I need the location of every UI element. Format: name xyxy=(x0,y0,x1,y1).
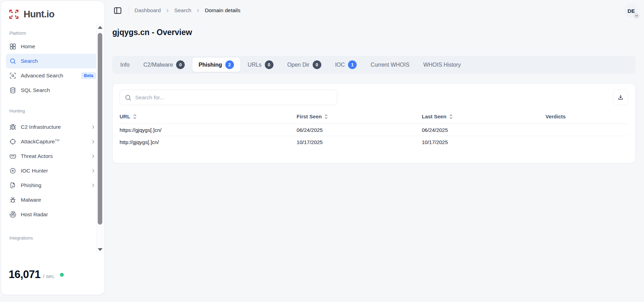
chevron-right-icon xyxy=(90,139,96,144)
breadcrumb-chevron-icon xyxy=(165,8,170,13)
tab-count-badge: 2 xyxy=(225,60,234,69)
table-row[interactable]: http://gjqygs[.]cn/ 10/17/2025 10/17/202… xyxy=(120,136,628,148)
counter-unit: / sec. xyxy=(43,273,55,279)
sidebar-item-phishing[interactable]: Phishing xyxy=(6,178,99,193)
download-icon xyxy=(617,94,624,101)
column-header-first-seen[interactable]: First Seen xyxy=(297,114,422,119)
tab-c2-malware[interactable]: C2/Malware 0 xyxy=(137,58,191,72)
chevron-right-icon xyxy=(90,168,96,174)
sidebar-item-label: Advanced Search xyxy=(21,73,63,79)
phishing-urls-table: URL First Seen Last Seen Verdicts xyxy=(120,109,628,148)
plus-circle-icon xyxy=(9,167,16,174)
column-header-verdicts: Verdicts xyxy=(546,114,628,119)
scrollbar-down-arrow-icon[interactable] xyxy=(98,248,103,251)
tab-urls[interactable]: URLs 0 xyxy=(242,58,280,72)
sidebar-item-sql-search[interactable]: SQL Search xyxy=(6,83,99,98)
sidebar-item-host-radar[interactable]: Host Radar xyxy=(6,207,99,222)
topbar: Dashboard Search Domain details xyxy=(112,4,240,17)
sidebar-item-threat-actors[interactable]: Threat Actors xyxy=(6,149,99,163)
sidebar-item-label: Phishing xyxy=(21,182,41,188)
sidebar-item-label: IOC Hunter xyxy=(21,168,48,174)
chevron-down-icon xyxy=(634,13,639,19)
tab-whois-history[interactable]: WHOIS History xyxy=(417,58,467,72)
cell-first-seen: 10/17/2025 xyxy=(297,139,422,145)
sidebar-item-label: C2 Infrastructure xyxy=(21,124,61,130)
sidebar-item-search[interactable]: Search xyxy=(6,54,99,68)
sidebar-item-label: Malware xyxy=(21,197,41,203)
tab-ioc[interactable]: IOC 1 xyxy=(329,58,363,72)
tab-count-badge: 1 xyxy=(348,60,357,69)
radar-icon xyxy=(9,211,16,218)
cell-first-seen: 06/24/2025 xyxy=(297,127,422,133)
sidebar-item-home[interactable]: Home xyxy=(6,39,99,54)
breadcrumb-dashboard[interactable]: Dashboard xyxy=(134,7,161,14)
sort-icon xyxy=(449,114,453,119)
breadcrumb-domain-details: Domain details xyxy=(205,7,241,14)
sidebar: Hunt.io Platform Home Search xyxy=(1,1,105,295)
tab-count-badge: 0 xyxy=(265,60,273,69)
chevron-right-icon xyxy=(90,183,96,188)
sidebar-toggle-button[interactable] xyxy=(112,5,123,16)
chevron-right-icon xyxy=(90,153,96,159)
panel-toggle-icon xyxy=(113,6,122,15)
detail-tabs: Info C2/Malware 0 Phishing 2 URLs 0 Open… xyxy=(112,56,636,74)
trademark-suffix: TM xyxy=(55,139,59,142)
cell-url[interactable]: http://gjqygs[.]cn/ xyxy=(120,139,297,145)
sidebar-item-label: SQL Search xyxy=(21,87,50,93)
breadcrumb-chevron-icon xyxy=(195,8,201,13)
sort-icon xyxy=(324,114,328,119)
column-header-url[interactable]: URL xyxy=(120,114,297,119)
cell-last-seen: 06/24/2025 xyxy=(422,127,546,133)
cell-last-seen: 10/17/2025 xyxy=(422,139,546,145)
green-status-dot xyxy=(60,273,64,277)
counter-value: 16,071 xyxy=(9,268,41,281)
tab-current-whois[interactable]: Current WHOIS xyxy=(364,58,416,72)
magnifier-icon xyxy=(124,94,132,101)
column-header-last-seen[interactable]: Last Seen xyxy=(422,114,546,119)
chevron-right-icon xyxy=(90,124,96,130)
sidebar-item-label: Threat Actors xyxy=(21,153,53,159)
sidebar-item-label: Host Radar xyxy=(21,211,48,218)
phishing-results-card: URL First Seen Last Seen Verdicts xyxy=(112,83,636,163)
sidebar-scrollbar[interactable] xyxy=(96,23,104,254)
breadcrumb: Dashboard Search Domain details xyxy=(134,7,240,14)
sidebar-item-attackcapture[interactable]: AttackCaptureTM xyxy=(6,134,99,149)
brand-name: Hunt.io xyxy=(24,9,54,20)
scrollbar-up-arrow-icon[interactable] xyxy=(98,26,103,29)
tab-info[interactable]: Info xyxy=(114,58,136,72)
avatar-initials: DE xyxy=(628,8,635,14)
sidebar-item-label: AttackCaptureTM xyxy=(21,139,59,145)
sort-icon xyxy=(133,114,137,119)
database-icon xyxy=(9,87,16,94)
sidebar-item-malware[interactable]: Malware xyxy=(6,193,99,207)
sidebar-item-label: Search xyxy=(21,58,38,64)
page-title: gjqygs.cn - Overview xyxy=(112,28,192,37)
advanced-search-icon xyxy=(9,72,16,79)
scrollbar-thumb[interactable] xyxy=(98,33,102,225)
section-label-hunting: Hunting xyxy=(9,108,96,114)
tab-open-dir[interactable]: Open Dir 0 xyxy=(281,58,328,72)
malware-bug-icon xyxy=(9,196,16,203)
sidebar-item-c2-infrastructure[interactable]: C2 Infrastructure xyxy=(6,120,99,134)
user-avatar[interactable]: DE xyxy=(624,3,638,18)
brand-logo[interactable]: Hunt.io xyxy=(8,7,97,21)
phishing-hook-icon xyxy=(9,182,16,189)
download-button[interactable] xyxy=(613,90,628,105)
target-icon xyxy=(9,138,16,145)
tab-count-badge: 0 xyxy=(313,60,321,69)
hunt-logo-icon xyxy=(8,8,20,20)
section-label-integrations: Integrations xyxy=(9,235,96,241)
table-toolbar xyxy=(113,84,635,105)
section-label-platform: Platform xyxy=(9,30,96,36)
table-row[interactable]: https://gjqygs[.]cn/ 06/24/2025 06/24/20… xyxy=(120,124,628,136)
sidebar-item-advanced-search[interactable]: Advanced Search Beta xyxy=(6,68,99,83)
bug-icon xyxy=(9,124,16,131)
search-input[interactable] xyxy=(135,90,337,105)
events-per-second-counter: 16,071 / sec. xyxy=(9,268,64,281)
tab-phishing[interactable]: Phishing 2 xyxy=(192,58,240,72)
search-icon xyxy=(9,58,16,65)
sidebar-item-ioc-hunter[interactable]: IOC Hunter xyxy=(6,163,99,178)
beta-badge: Beta xyxy=(81,72,96,79)
cell-url[interactable]: https://gjqygs[.]cn/ xyxy=(120,127,297,133)
breadcrumb-search[interactable]: Search xyxy=(174,7,191,14)
